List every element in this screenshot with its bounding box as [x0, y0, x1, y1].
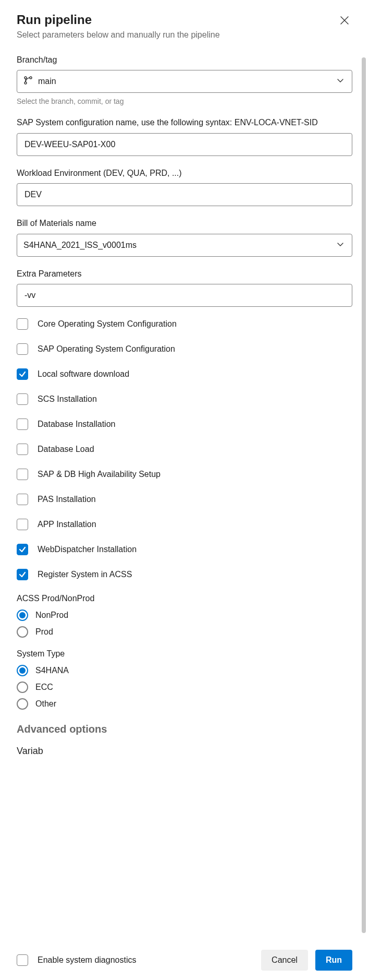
extra-params-input[interactable]: [23, 290, 346, 301]
field-label: Workload Environment (DEV, QUA, PRD, ...…: [17, 168, 352, 179]
checkbox[interactable]: [17, 393, 28, 405]
cancel-button[interactable]: Cancel: [261, 950, 308, 971]
extra-params-input-wrapper: [17, 284, 352, 307]
checkbox-label: SAP Operating System Configuration: [38, 344, 175, 354]
checkbox-row: WebDispatcher Installation: [17, 544, 352, 555]
radio[interactable]: [17, 609, 28, 621]
checkbox-list: Core Operating System ConfigurationSAP O…: [17, 318, 352, 580]
checkbox-row: Local software download: [17, 368, 352, 380]
svg-point-1: [24, 82, 27, 84]
diagnostics-checkbox[interactable]: [17, 954, 28, 966]
checkbox-label: Database Installation: [38, 420, 115, 429]
radio-label: NonProd: [35, 611, 68, 620]
radio-row: Other: [17, 698, 352, 710]
branch-help-text: Select the branch, commit, or tag: [17, 97, 352, 105]
chevron-down-icon: [336, 76, 345, 87]
branch-select[interactable]: main: [17, 70, 352, 93]
run-button[interactable]: Run: [315, 950, 352, 971]
checkbox[interactable]: [17, 343, 28, 355]
checkbox-row: SCS Installation: [17, 393, 352, 405]
radio-label: S4HANA: [35, 666, 69, 675]
checkbox-row: Register System in ACSS: [17, 569, 352, 580]
radio-group-label-systype: System Type: [17, 649, 352, 659]
radio-row: Prod: [17, 626, 352, 638]
checkbox-label: SCS Installation: [38, 395, 97, 404]
radio-group-systype: S4HANAECCOther: [17, 665, 352, 710]
checkbox[interactable]: [17, 544, 28, 555]
panel-footer: Enable system diagnostics Cancel Run: [0, 940, 369, 980]
close-button[interactable]: [337, 13, 352, 28]
radio[interactable]: [17, 626, 28, 638]
workload-env-input-wrapper: [17, 183, 352, 206]
checkbox-label: Core Operating System Configuration: [38, 319, 177, 329]
checkbox-label: Local software download: [38, 369, 129, 379]
field-label: Bill of Materials name: [17, 218, 352, 229]
checkbox-row: PAS Installation: [17, 494, 352, 505]
field-sap-config: SAP System configuration name, use the f…: [17, 117, 352, 156]
svg-point-0: [24, 77, 27, 79]
checkbox-label: PAS Installation: [38, 495, 96, 504]
radio[interactable]: [17, 682, 28, 693]
checkbox-label: Database Load: [38, 445, 94, 454]
checkbox-row: APP Installation: [17, 519, 352, 530]
advanced-options-heading[interactable]: Advanced options: [17, 723, 352, 735]
field-label: Extra Parameters: [17, 268, 352, 280]
radio-row: S4HANA: [17, 665, 352, 676]
checkbox[interactable]: [17, 444, 28, 455]
checkbox-label: APP Installation: [38, 520, 96, 529]
radio-group-acss: NonProdProd: [17, 609, 352, 638]
field-workload-env: Workload Environment (DEV, QUA, PRD, ...…: [17, 168, 352, 206]
cutoff-text: Variab: [17, 746, 352, 755]
chevron-down-icon: [336, 240, 345, 250]
panel-header: Run pipeline Select parameters below and…: [17, 13, 352, 54]
branch-value: main: [38, 77, 56, 86]
radio-group-label-acss: ACSS Prod/NonProd: [17, 594, 352, 603]
radio-label: Other: [35, 699, 56, 709]
radio-label: ECC: [35, 683, 53, 692]
checkbox-row: Database Load: [17, 444, 352, 455]
field-extra-params: Extra Parameters: [17, 268, 352, 307]
panel-subtitle: Select parameters below and manually run…: [17, 30, 220, 40]
field-branch: Branch/tag main Select the branch, commi…: [17, 54, 352, 105]
radio-row: ECC: [17, 682, 352, 693]
panel-title: Run pipeline: [17, 13, 220, 27]
radio-row: NonProd: [17, 609, 352, 621]
field-bom: Bill of Materials name S4HANA_2021_ISS_v…: [17, 218, 352, 256]
checkbox[interactable]: [17, 494, 28, 505]
checkbox-label: SAP & DB High Availability Setup: [38, 470, 161, 479]
field-label: SAP System configuration name, use the f…: [17, 117, 352, 128]
radio[interactable]: [17, 698, 28, 710]
checkbox[interactable]: [17, 368, 28, 380]
checkbox-row: SAP Operating System Configuration: [17, 343, 352, 355]
checkbox-row: Core Operating System Configuration: [17, 318, 352, 330]
close-icon: [340, 16, 349, 25]
checkbox[interactable]: [17, 419, 28, 430]
checkbox-row: SAP & DB High Availability Setup: [17, 469, 352, 480]
git-branch-icon: [23, 76, 33, 87]
sap-config-input-wrapper: [17, 133, 352, 156]
scrollbar[interactable]: [362, 57, 366, 933]
bom-value: S4HANA_2021_ISS_v0001ms: [23, 241, 137, 250]
workload-env-input[interactable]: [23, 189, 346, 200]
checkbox[interactable]: [17, 318, 28, 330]
checkbox-label: WebDispatcher Installation: [38, 545, 137, 554]
checkbox-label: Register System in ACSS: [38, 570, 132, 579]
field-label: Branch/tag: [17, 54, 352, 66]
radio[interactable]: [17, 665, 28, 676]
svg-point-2: [30, 77, 32, 79]
sap-config-input[interactable]: [23, 139, 346, 150]
radio-label: Prod: [35, 627, 53, 637]
diagnostics-label: Enable system diagnostics: [38, 955, 136, 965]
bom-select[interactable]: S4HANA_2021_ISS_v0001ms: [17, 234, 352, 257]
run-pipeline-panel: Run pipeline Select parameters below and…: [0, 0, 369, 980]
checkbox[interactable]: [17, 519, 28, 530]
checkbox-row: Database Installation: [17, 419, 352, 430]
checkbox[interactable]: [17, 469, 28, 480]
checkbox[interactable]: [17, 569, 28, 580]
